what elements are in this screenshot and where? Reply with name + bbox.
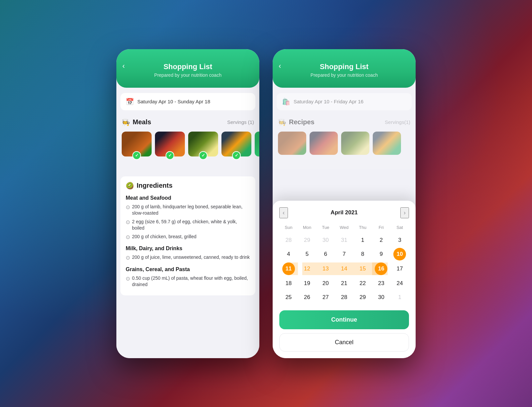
meals-emoji: 🧑‍🍳 [122,118,130,126]
meal-item-3[interactable]: ✓ [188,132,218,156]
day-name-mon: Mon [298,224,317,231]
cal-day-1-next[interactable]: 1 [393,291,406,304]
cal-day-11[interactable]: 11 [282,262,295,275]
right-header-title: Shopping List [279,62,409,71]
left-header-title: Shopping List [123,62,253,71]
cal-day-15-cell: 15 [353,262,372,276]
cal-day-10[interactable]: 10 [393,248,406,260]
cal-day-17[interactable]: 17 [393,262,406,275]
ingredient-1: ⊙ 200 g of lamb, hindquarter leg boned, … [126,204,250,217]
right-header: ‹ Shopping List Prepared by your nutriti… [273,49,416,88]
meals-section-header: 🧑‍🍳 Meals Servings (1) [116,114,259,129]
meal-check-4: ✓ [232,151,241,160]
calendar-inner: ‹ April 2021 › Sun Mon Tue Wed Thu Fri S… [273,201,416,358]
cal-day-23[interactable]: 23 [375,277,387,290]
recipes-title-text: Recipes [289,118,315,126]
cal-day-14[interactable]: 14 [335,262,353,275]
calendar-nav: ‹ April 2021 › [279,207,409,218]
calendar-day-names: Sun Mon Tue Wed Thu Fri Sat [279,224,409,231]
cal-day-13[interactable]: 13 [316,262,335,275]
continue-button[interactable]: Continue [279,310,409,329]
meal-item-5[interactable] [255,132,259,156]
cal-day-28[interactable]: 28 [338,291,350,304]
recipes-emoji: 🧑‍🍳 [278,118,286,126]
cal-day-17-cell: 17 [390,262,409,276]
meal-item-4[interactable]: ✓ [221,132,251,156]
cal-day-12[interactable]: 12 [298,262,317,275]
cal-day-3[interactable]: 3 [393,234,406,247]
right-header-subtitle: Prepared by your nutrition coach [279,72,409,78]
left-header-subtitle: Prepared by your nutrition coach [123,72,253,78]
cal-day-24[interactable]: 24 [393,277,406,290]
recipes-title: 🧑‍🍳 Recipes [278,118,315,126]
recipes-servings: Servings(1) [385,119,410,125]
cal-day-20[interactable]: 20 [319,277,332,290]
cancel-button[interactable]: Cancel [279,333,409,352]
left-date-range: 📅 Saturday Apr 10 - Sunday Apr 18 [120,93,255,110]
cal-day-15[interactable]: 15 [353,262,372,275]
cal-day-19[interactable]: 19 [301,277,314,290]
cal-day-7[interactable]: 7 [338,248,350,260]
cal-day-13-cell: 13 [316,262,335,276]
cal-day-4[interactable]: 4 [282,248,295,260]
day-name-tue: Tue [316,224,335,231]
left-content: 📅 Saturday Apr 10 - Sunday Apr 18 🧑‍🍳 Me… [116,88,259,358]
date-range-text: Saturday Apr 10 - Sunday Apr 18 [137,99,210,104]
ingredient-2: ⊙ 2 egg (size 6, 59.7 g) of egg, chicken… [126,219,250,232]
cal-day-27[interactable]: 27 [319,291,332,304]
calendar-icon: 📅 [126,98,134,106]
cal-day-21[interactable]: 21 [338,277,350,290]
calendar-next-button[interactable]: › [400,207,409,218]
cal-week-2: 4 5 6 7 8 9 10 [279,248,409,260]
right-back-button[interactable]: ‹ [279,62,281,70]
meal-check-1: ✓ [132,151,141,160]
cal-day-22[interactable]: 22 [356,277,369,290]
meals-title: 🧑‍🍳 Meals [122,118,151,126]
bullet-icon-1: ⊙ [126,204,130,211]
calendar-month-title: April 2021 [331,209,357,216]
cal-week-5: 25 26 27 28 29 30 1 [279,291,409,304]
cal-day-26[interactable]: 26 [301,291,314,304]
meal-item-2[interactable]: ✓ [155,132,185,156]
cal-day-5[interactable]: 5 [301,248,314,260]
right-calendar-icon: 🛍️ [282,98,290,106]
right-date-range-text: Saturday Apr 10 - Friday Apr 16 [294,99,363,104]
meals-title-text: Meals [133,118,151,126]
cal-day-12-cell: 12 [298,262,317,276]
ingredients-title-text: Ingredients [137,182,173,189]
cal-day-1[interactable]: 1 [356,234,369,247]
meal-item-1[interactable]: ✓ [122,132,152,156]
cal-day-31-prev[interactable]: 31 [338,234,350,247]
cal-day-16[interactable]: 16 [375,262,387,275]
cal-day-28-prev[interactable]: 28 [282,234,295,247]
cal-day-29-prev[interactable]: 29 [301,234,314,247]
cal-day-2[interactable]: 2 [375,234,387,247]
bullet-icon-5: ⊙ [126,275,130,282]
left-back-button[interactable]: ‹ [122,62,125,70]
meals-scroll[interactable]: ✓ ✓ ✓ ✓ [116,129,259,162]
recipes-scroll [273,129,416,160]
recipes-section-header: 🧑‍🍳 Recipes Servings(1) [273,114,416,129]
cal-day-29[interactable]: 29 [356,291,369,304]
ingredient-5: ⊙ 0.50 cup (250 mL) of pasta, wheat flou… [126,275,250,288]
calendar-prev-button[interactable]: ‹ [279,207,288,218]
cal-day-30[interactable]: 30 [375,291,387,304]
ingredients-section: 🥝 Ingredients Meat and Seafood ⊙ 200 g o… [120,176,255,295]
cal-day-18[interactable]: 18 [282,277,295,290]
cal-week-3-row: 11 12 13 14 15 [279,262,409,276]
cal-day-25[interactable]: 25 [282,291,295,304]
cal-day-30-prev[interactable]: 30 [319,234,332,247]
meal-check-2: ✓ [166,151,174,160]
day-name-fri: Fri [372,224,391,231]
category-meat: Meat and Seafood [126,195,250,201]
cal-day-9[interactable]: 9 [375,248,387,260]
cal-day-6[interactable]: 6 [319,248,332,260]
ingredient-4: ⊙ 200 g of juice, lime, unsweetened, can… [126,254,250,261]
left-phone: ‹ Shopping List Prepared by your nutriti… [116,49,259,358]
meal-check-3: ✓ [199,151,207,160]
cal-day-8[interactable]: 8 [356,248,369,260]
ingredient-3: ⊙ 200 g of chicken, breast, grilled [126,234,250,241]
calendar-weeks: 28 29 30 31 1 2 3 4 5 6 7 8 9 10 [279,234,409,304]
cal-week-1: 28 29 30 31 1 2 3 [279,234,409,247]
category-grains: Grains, Cereal, and Pasta [126,266,250,272]
